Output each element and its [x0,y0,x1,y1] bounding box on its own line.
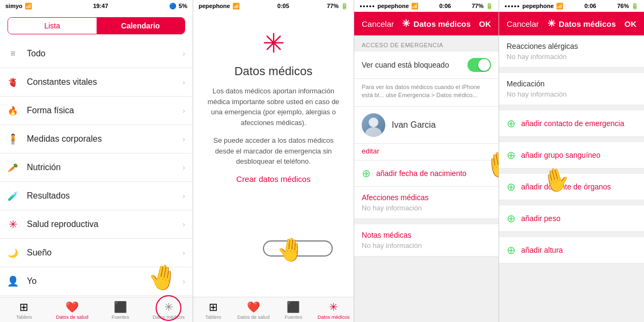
battery-icon-2: 🔋 [341,3,348,10]
menu-list-1: ≡ Todo › 🫀 Constantes vitales › 🔥 Forma … [0,40,193,297]
show-locked-row: Ver cuand está bloqueado [354,52,499,79]
menu-item-todo[interactable]: ≡ Todo › [0,40,193,68]
edit-link[interactable]: editar [362,147,379,155]
menu-label-medidas: Medidas corporales [27,134,176,144]
battery-text-2: 77% [327,3,339,9]
nav-title-4: ✳ Datos médicos [547,18,616,30]
battery-3: 77% [472,3,484,9]
s4-content: Reacciones alérgicas No hay información … [499,35,644,322]
menu-label-todo: Todo [27,49,176,58]
status-bar-2: pepephone 📶 0:05 77% 🔋 [193,0,354,12]
tablero-icon-1: ⊞ [19,301,28,313]
add-peso-label: añadir peso [521,214,560,223]
fuentes-icon-1: ⬛ [114,301,127,313]
cancel-btn-4[interactable]: Cancelar [507,19,539,28]
menu-item-reproductiva[interactable]: ✳ Salud reproductiva › [0,210,193,239]
status-bar-4: ●●●●● pepephone 📶 0:06 76% 🔋 [499,0,644,12]
menu-label-nutricion: Nutrición [27,163,176,172]
time-3: 0:06 [439,3,451,9]
tab-fuentes-2[interactable]: ⬛ Fuentes [274,299,314,321]
menu-label-sueno: Sueño [27,248,176,258]
battery-4: 76% [617,3,629,9]
add-altura-label: añadir altura [521,246,563,254]
tab-bar-2: ⊞ Tablero ❤️ Datos de salud ⬛ Fuentes ✳ … [193,297,354,322]
spacer-2 [499,105,644,111]
form-hint: Para ver los datos médicos cuando el iPh… [354,79,499,107]
carrier-3: pepephone [377,3,409,9]
dots-carrier-4: ●●●●● [504,4,520,9]
profile-row: Ivan Garcia [354,107,499,144]
time-4: 0:06 [584,3,596,9]
menu-item-resultados[interactable]: 🧪 Resultados › [0,182,193,210]
profile-name: Ivan Garcia [392,120,491,130]
screen-3-form: ●●●●● pepephone 📶 0:06 77% 🔋 Cancelar ✳ … [354,0,499,322]
resultados-icon: 🧪 [5,188,20,203]
datos-medicos-icon-1: ✳ [164,301,173,313]
reproductiva-icon: ✳ [5,217,20,232]
add-altura-icon: ⊕ [507,244,516,257]
seg-lista[interactable]: Lista [8,18,97,34]
add-altura-row[interactable]: ⊕ añadir altura [499,237,644,264]
tab-tablero-2[interactable]: ⊞ Tablero [193,299,233,321]
add-peso-row[interactable]: ⊕ añadir peso [499,206,644,232]
menu-item-nutricion[interactable]: 🥕 Nutrición › [0,153,193,182]
spacer-3 [499,137,644,142]
crear-datos-link[interactable]: Crear datos médicos [236,174,310,184]
menu-item-constantes[interactable]: 🫀 Constantes vitales › [0,68,193,97]
yo-icon: 👤 [5,274,20,289]
alergias-block: Reacciones alérgicas No hay información [499,35,644,68]
locked-toggle[interactable] [467,58,491,72]
nav-title-text-3: Datos médicos [413,19,471,28]
menu-item-medidas[interactable]: 🧍 Medidas corporales › [0,125,193,153]
tab-datos-medicos-2[interactable]: ✳ Datos médicos [313,299,354,321]
screen-1-health-list: simyo 📶 19:47 🔵 5% Lista Calendario ≡ To… [0,0,193,322]
wifi-3: 📶 [411,3,419,10]
menu-label-resultados: Resultados [27,191,176,201]
cancel-btn-3[interactable]: Cancelar [362,19,394,28]
tab-bar-1: ⊞ Tablero ❤️ Datos de salud ⬛ Fuentes ✳ … [0,297,193,322]
segmented-control-1[interactable]: Lista Calendario [8,17,185,34]
add-contacto-label: añadir contacto de emergencia [521,119,624,128]
notas-title: Notas médicas [362,231,491,239]
ok-btn-3[interactable]: OK [479,19,491,28]
battery-text-1: 5% [179,3,187,9]
svg-point-1 [365,127,382,137]
tab-datos-salud-1[interactable]: ❤️ Datos de salud [48,299,97,321]
asterisk-nav-4: ✳ [547,18,555,30]
wifi-icon-2: 📶 [232,3,240,10]
add-contacto-row[interactable]: ⊕ añadir contacto de emergencia [499,111,644,137]
carrier-1: simyo [5,3,23,9]
seg-calendario[interactable]: Calendario [97,18,185,34]
tab-fuentes-1[interactable]: ⬛ Fuentes [97,299,145,321]
status-right-4: 76% 🔋 [617,3,639,10]
ok-btn-4[interactable]: OK [624,19,636,28]
time-1: 19:47 [93,3,108,9]
spacer-6 [499,232,644,237]
tab-datos-salud-2[interactable]: ❤️ Datos de salud [233,299,274,321]
nav-bar-4: Cancelar ✳ Datos médicos OK [499,12,644,35]
tab-tablero-1[interactable]: ⊞ Tablero [0,299,48,321]
chevron-resultados: › [182,192,185,200]
add-grupo-row[interactable]: ⊕ añadir grupo sanguíneo [499,142,644,169]
battery-icon-4: 🔋 [631,3,639,10]
carrier-4: pepephone [522,3,554,9]
chevron-todo: › [182,49,185,58]
dots-carrier-3: ●●●●● [360,4,375,9]
add-fecha-row[interactable]: ⊕ añadir fecha de nacimiento [354,160,499,187]
notas-value: No hay información [362,241,491,250]
battery-icon-3: 🔋 [486,3,493,10]
add-grupo-icon: ⊕ [507,149,516,162]
menu-item-forma[interactable]: 🔥 Forma física › [0,97,193,125]
menu-item-yo[interactable]: 👤 Yo › [0,267,193,296]
afecciones-title: Afecciones médicas [362,193,491,202]
tab-datos-medicos-1[interactable]: ✳ Datos médicos [144,299,193,321]
spacer-1 [499,68,644,73]
tablero-icon-2: ⊞ [209,301,218,313]
medicacion-value: No hay información [507,90,636,98]
medicacion-title: Medicación [507,79,636,88]
constantes-icon: 🫀 [5,75,20,90]
add-donante-icon: ⊕ [507,180,516,193]
add-donante-row[interactable]: ⊕ añadir donante de órganos [499,174,644,200]
screen-4-form-right: ●●●●● pepephone 📶 0:06 76% 🔋 Cancelar ✳ … [499,0,644,322]
menu-item-sueno[interactable]: 🌙 Sueño › [0,239,193,267]
